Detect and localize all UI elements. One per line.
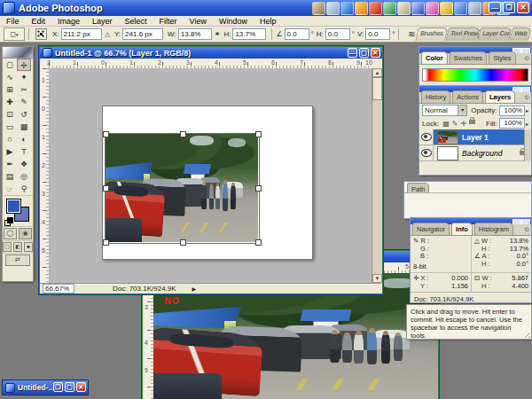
transform-handle[interactable] <box>255 131 262 137</box>
spinner-icon[interactable]: ▸ <box>526 121 528 127</box>
magic-wand-tool[interactable]: ✦ <box>17 71 31 83</box>
app-icon[interactable] <box>411 2 425 15</box>
mini-close-button[interactable]: ✕ <box>76 382 86 392</box>
h-skew-field[interactable]: 0.0 <box>325 28 350 40</box>
transform-handle[interactable] <box>103 131 109 137</box>
app-icon[interactable] <box>426 2 439 15</box>
app-icon[interactable] <box>383 2 396 15</box>
lasso-tool[interactable]: ∿ <box>3 71 17 83</box>
menu-edit[interactable]: Edit <box>26 17 52 26</box>
v-skew-field[interactable]: 0.0 <box>365 28 390 40</box>
transform-handle[interactable] <box>255 185 262 192</box>
transform-handle[interactable] <box>103 239 109 246</box>
transform-handle[interactable] <box>255 239 262 246</box>
menu-help[interactable]: Help <box>254 17 283 26</box>
zoom-tool[interactable]: ⚲ <box>17 183 31 195</box>
tab-navigator[interactable]: Navigator <box>412 223 450 235</box>
visibility-toggle[interactable] <box>419 129 434 145</box>
app-icon[interactable] <box>326 2 340 15</box>
slice-tool[interactable]: ✂ <box>17 83 31 96</box>
application-titlebar[interactable]: Adobe Photoshop — ❐ ✕ <box>0 0 532 16</box>
jump-to-imageready-button[interactable]: ⇄ <box>5 254 30 266</box>
tab-swatches[interactable]: Swatches <box>450 51 488 64</box>
well-tab-brushes[interactable]: Brushes <box>415 27 448 41</box>
minimize-button[interactable]: — <box>489 2 501 13</box>
history-brush-tool[interactable]: ↺ <box>17 108 31 121</box>
canvas-area[interactable] <box>49 68 372 283</box>
document-window[interactable]: Untitled-1 @ 66.7% (Layer 1, RGB/8) — ▢ … <box>39 46 383 294</box>
tab-histogram[interactable]: Histogram <box>474 223 513 235</box>
blend-mode-dropdown[interactable]: Normal ▾ <box>422 105 467 116</box>
layer-name[interactable]: Layer 1 <box>462 133 489 142</box>
well-tab-layer-comps[interactable]: Layer Comps <box>477 27 512 41</box>
document-titlebar[interactable]: Untitled-1 @ 66.7% (Layer 1, RGB/8) — ▢ … <box>40 47 382 59</box>
menu-select[interactable]: Select <box>119 17 153 26</box>
relative-position-toggle[interactable]: △ <box>106 31 110 38</box>
blur-tool[interactable]: ○ <box>3 133 17 145</box>
close-button[interactable]: ✕ <box>517 2 529 13</box>
tab-layers[interactable]: Layers <box>485 90 515 103</box>
rotate-angle-field[interactable]: 0.0 <box>285 28 309 40</box>
eyedropper-tool[interactable]: ◎ <box>17 170 31 183</box>
minimized-document-window[interactable]: Untitled-... ❐ ▢ ✕ <box>2 379 89 395</box>
doc-minimize-button[interactable]: — <box>348 48 357 58</box>
fullscreen-menubar-button[interactable]: ◧ <box>13 242 22 252</box>
default-colors-icon[interactable] <box>4 217 12 224</box>
standard-screen-button[interactable]: ▢ <box>3 242 12 252</box>
transform-handle[interactable] <box>180 239 186 246</box>
doc-close-button[interactable]: ✕ <box>371 48 380 58</box>
app-icon[interactable] <box>312 2 325 15</box>
x-position-field[interactable]: 211.2 px <box>61 28 102 40</box>
app-icon[interactable] <box>468 2 481 15</box>
tab-actions[interactable]: Actions <box>452 90 483 103</box>
dodge-tool[interactable]: ◐ <box>17 133 31 145</box>
move-tool[interactable]: ✛ <box>17 59 31 71</box>
foreground-color-swatch[interactable] <box>6 199 21 214</box>
tab-styles[interactable]: Styles <box>489 51 515 64</box>
eraser-tool[interactable]: ▭ <box>3 121 17 133</box>
spinner-icon[interactable]: ▸ <box>526 107 528 113</box>
layer-name[interactable]: Background <box>462 149 502 158</box>
lock-transparency-icon[interactable]: ▦ <box>442 120 450 128</box>
tab-color[interactable]: Color <box>421 51 448 64</box>
menu-image[interactable]: Image <box>51 17 86 26</box>
lock-position-icon[interactable]: ✛ <box>460 120 466 128</box>
palette-menu-icon[interactable]: ⊙ <box>524 55 529 62</box>
scroll-down-arrow[interactable]: ▼ <box>372 274 382 283</box>
visibility-toggle[interactable] <box>419 145 434 160</box>
fullscreen-button[interactable]: ■ <box>24 242 33 252</box>
color-spectrum-ramp[interactable] <box>422 68 528 82</box>
app-icon[interactable] <box>369 2 382 15</box>
restore-button[interactable]: ❐ <box>503 2 515 13</box>
doc-maximize-button[interactable]: ▢ <box>359 48 369 58</box>
brush-tool[interactable]: ✎ <box>17 96 31 108</box>
quick-mask-mode-button[interactable]: ◉ <box>19 228 32 239</box>
transform-bounding-box[interactable] <box>105 133 260 244</box>
fill-field[interactable]: 100% <box>499 118 525 129</box>
layer-row-layer1[interactable]: Layer 1 <box>419 129 531 145</box>
scrollbar-thumb[interactable] <box>372 77 382 100</box>
standard-mode-button[interactable]: ◯ <box>4 228 17 239</box>
crop-tool[interactable]: ⊞ <box>3 83 17 96</box>
layer-thumbnail[interactable] <box>437 146 458 160</box>
link-dimensions-icon[interactable]: ⚭ <box>215 30 221 38</box>
scroll-up-arrow[interactable]: ▲ <box>372 68 382 77</box>
type-tool[interactable]: T <box>17 145 31 158</box>
layer-row-background[interactable]: Background <box>419 145 531 161</box>
toolbox-header[interactable] <box>3 47 33 59</box>
lock-all-icon[interactable] <box>469 120 475 124</box>
layers-scrollbar[interactable] <box>524 129 531 161</box>
mini-restore-button[interactable]: ❐ <box>53 382 63 392</box>
resize-grip-icon[interactable] <box>524 332 530 338</box>
hand-tool[interactable]: ☞ <box>3 183 17 195</box>
y-position-field[interactable]: 241.6 px <box>122 28 163 40</box>
healing-brush-tool[interactable]: ✚ <box>3 96 17 108</box>
menu-layer[interactable]: Layer <box>86 17 119 26</box>
reference-point-locator[interactable] <box>35 28 47 40</box>
tool-preset-picker[interactable]: ◻ ▾ <box>4 27 25 41</box>
app-icon[interactable] <box>397 2 411 15</box>
palette-menu-icon[interactable]: ⊙ <box>524 94 529 101</box>
tab-history[interactable]: History <box>421 90 450 103</box>
transform-handle[interactable] <box>180 131 186 137</box>
app-icon[interactable] <box>340 2 354 15</box>
